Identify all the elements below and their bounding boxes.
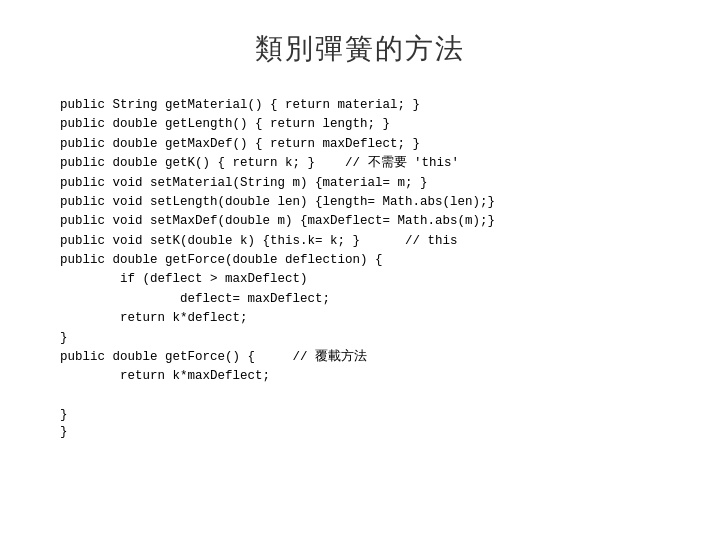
slide-title: 類別彈簧的方法: [255, 30, 465, 68]
code-block: public String getMaterial() { return mat…: [40, 96, 680, 425]
code-line-1: public String getMaterial() { return mat…: [60, 98, 495, 422]
slide: 類別彈簧的方法 public String getMaterial() { re…: [0, 0, 720, 540]
closing-brace: }: [40, 425, 680, 439]
